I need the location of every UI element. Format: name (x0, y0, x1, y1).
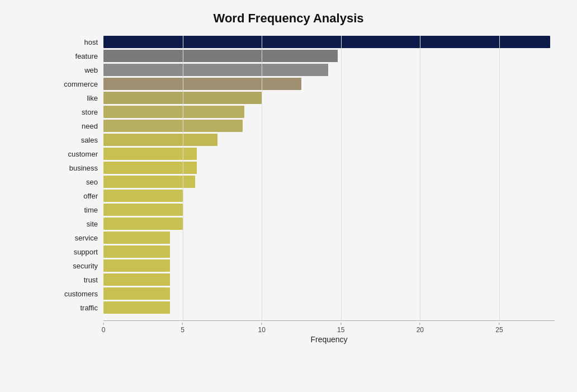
bar-row: seo (56, 176, 555, 188)
bar-label: need (56, 122, 103, 130)
bar-label: traffic (56, 304, 103, 312)
bar-row: need (56, 120, 555, 132)
bar-fill (103, 106, 244, 118)
bar-label: feature (56, 52, 103, 60)
bar-fill (103, 204, 183, 216)
x-tick: 15 (337, 323, 344, 334)
bar-label: commerce (56, 80, 103, 88)
bar-label: store (56, 108, 103, 116)
bar-label: site (56, 220, 103, 228)
x-tick: 5 (181, 323, 185, 334)
bar-row: offer (56, 190, 555, 202)
x-axis-label: Frequency (103, 335, 555, 344)
bar-row: business (56, 162, 555, 174)
bar-row: support (56, 245, 555, 258)
bar-fill (103, 134, 217, 146)
bar-label: like (56, 94, 103, 102)
bar-fill (103, 64, 328, 76)
bar-label: support (56, 248, 103, 256)
bar-label: security (56, 262, 103, 270)
bar-label: sales (56, 136, 103, 144)
bar-row: host (56, 36, 555, 48)
bar-fill (103, 120, 243, 132)
bar-fill (103, 148, 197, 160)
bar-fill (103, 92, 262, 104)
bar-label: customer (56, 150, 103, 158)
bar-row: customer (56, 148, 555, 160)
bar-label: offer (56, 192, 103, 200)
bar-fill (103, 162, 197, 174)
bar-row: time (56, 204, 555, 216)
bar-fill (103, 190, 183, 202)
bar-row: customers (56, 287, 555, 300)
bar-label: seo (56, 178, 103, 186)
bar-label: customers (56, 290, 103, 298)
bar-row: traffic (56, 301, 555, 314)
x-tick: 10 (258, 323, 265, 334)
bar-row: security (56, 259, 555, 272)
chart-title: Word Frequency Analysis (22, 11, 555, 26)
x-tick: 0 (102, 323, 106, 334)
bar-label: service (56, 234, 103, 242)
x-axis: 0510152025 (103, 320, 555, 333)
bar-fill (103, 232, 170, 244)
bar-fill (103, 287, 170, 300)
bar-label: web (56, 66, 103, 74)
bar-row: service (56, 232, 555, 244)
x-tick: 25 (495, 323, 503, 334)
bar-row: site (56, 218, 555, 230)
bar-row: store (56, 106, 555, 118)
bar-fill (103, 245, 170, 258)
bar-fill (103, 301, 170, 314)
bar-fill (103, 259, 170, 272)
bar-fill (103, 218, 183, 230)
bar-label: time (56, 206, 103, 214)
bar-label: host (56, 38, 103, 46)
bar-fill (103, 176, 195, 188)
chart-container: Word Frequency Analysis hostfeaturewebco… (0, 0, 577, 392)
bar-row: web (56, 64, 555, 76)
bar-fill (103, 36, 550, 48)
bar-row: sales (56, 134, 555, 146)
bar-row: commerce (56, 78, 555, 90)
x-tick: 20 (417, 323, 424, 334)
bars-container: hostfeaturewebcommercelikestoreneedsales… (56, 36, 555, 320)
bar-row: like (56, 92, 555, 104)
bar-row: trust (56, 273, 555, 286)
bar-fill (103, 273, 170, 286)
bar-fill (103, 50, 338, 62)
bar-fill (103, 78, 301, 90)
bar-label: trust (56, 276, 103, 284)
bar-row: feature (56, 50, 555, 62)
bar-label: business (56, 164, 103, 172)
